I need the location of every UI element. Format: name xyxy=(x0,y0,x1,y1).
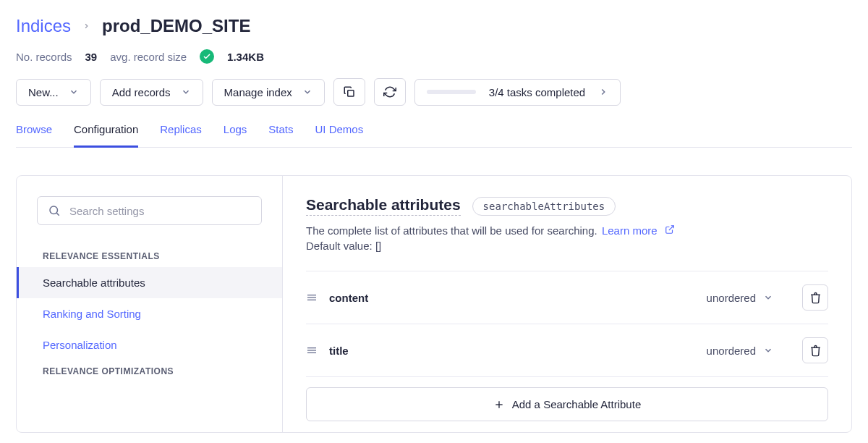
copy-button[interactable] xyxy=(333,78,365,106)
tab-configuration[interactable]: Configuration xyxy=(74,123,138,148)
svg-line-2 xyxy=(56,213,59,215)
index-meta: No. records 39 avg. record size 1.34KB xyxy=(16,49,852,64)
chevron-right-icon xyxy=(82,20,90,32)
delete-attribute-button[interactable] xyxy=(802,337,828,363)
order-select[interactable]: unordered xyxy=(707,292,773,304)
breadcrumb-root-link[interactable]: Indices xyxy=(16,16,71,36)
records-label: No. records xyxy=(16,51,72,63)
tab-logs[interactable]: Logs xyxy=(224,123,247,148)
settings-sidebar: RELEVANCE ESSENTIALSSearchable attribute… xyxy=(17,176,283,432)
sidebar-section-label: RELEVANCE ESSENTIALS xyxy=(17,245,282,267)
attributes-list: contentunorderedtitleunordered xyxy=(306,271,828,377)
tasks-progress-button[interactable]: 3/4 tasks completed xyxy=(414,79,621,106)
avg-size-value: 1.34KB xyxy=(227,51,264,63)
tab-browse[interactable]: Browse xyxy=(16,123,52,148)
sidebar-section-label: RELEVANCE OPTIMIZATIONS xyxy=(17,360,282,382)
chevron-right-icon xyxy=(598,87,608,97)
api-name-chip: searchableAttributes xyxy=(472,197,616,216)
attribute-name: title xyxy=(329,345,695,357)
attribute-row: titleunordered xyxy=(306,324,828,377)
tab-stats[interactable]: Stats xyxy=(268,123,293,148)
tasks-label: 3/4 tasks completed xyxy=(489,86,585,98)
tabs: BrowseConfigurationReplicasLogsStatsUI D… xyxy=(16,123,852,148)
svg-line-3 xyxy=(669,226,673,230)
breadcrumb-current: prod_DEMO_SITE xyxy=(102,16,250,36)
config-panel: RELEVANCE ESSENTIALSSearchable attribute… xyxy=(16,175,852,433)
breadcrumb: Indices prod_DEMO_SITE xyxy=(16,16,852,36)
svg-point-1 xyxy=(50,206,58,214)
sidebar-item-personalization[interactable]: Personalization xyxy=(17,329,282,360)
refresh-icon xyxy=(383,85,396,98)
svg-rect-0 xyxy=(348,90,354,96)
toolbar: New... Add records Manage index xyxy=(16,78,852,106)
delete-attribute-button[interactable] xyxy=(802,284,828,311)
order-select[interactable]: unordered xyxy=(707,345,773,357)
sidebar-item-ranking-and-sorting[interactable]: Ranking and Sorting xyxy=(17,298,282,329)
drag-handle-icon[interactable] xyxy=(306,292,318,303)
add-attribute-button[interactable]: Add a Searchable Attribute xyxy=(306,387,828,421)
manage-index-button[interactable]: Manage index xyxy=(212,79,325,106)
refresh-button[interactable] xyxy=(374,78,406,106)
records-value: 39 xyxy=(85,51,98,63)
learn-more-link[interactable]: Learn more xyxy=(602,224,658,237)
check-circle-icon xyxy=(200,49,214,64)
chevron-down-icon xyxy=(181,87,191,97)
section-title: Searchable attributes xyxy=(306,196,461,216)
plus-icon xyxy=(493,399,505,410)
search-settings-input[interactable] xyxy=(69,205,251,217)
attribute-row: contentunordered xyxy=(306,271,828,324)
default-value: Default value: [] xyxy=(306,240,828,252)
progress-bar xyxy=(427,90,476,94)
sidebar-item-searchable-attributes[interactable]: Searchable attributes xyxy=(17,267,282,298)
external-link-icon xyxy=(665,224,675,237)
chevron-down-icon xyxy=(69,87,79,97)
add-records-button[interactable]: Add records xyxy=(100,79,203,106)
avg-size-label: avg. record size xyxy=(110,51,187,63)
main-content: Searchable attributes searchableAttribut… xyxy=(283,176,851,432)
search-icon xyxy=(48,204,61,217)
tab-replicas[interactable]: Replicas xyxy=(160,123,202,148)
tab-ui-demos[interactable]: UI Demos xyxy=(315,123,364,148)
drag-handle-icon[interactable] xyxy=(306,345,318,356)
chevron-down-icon xyxy=(302,87,312,97)
attribute-name: content xyxy=(329,292,695,304)
section-description: The complete list of attributes that wil… xyxy=(306,224,828,237)
copy-icon xyxy=(343,85,356,98)
new-button[interactable]: New... xyxy=(16,79,91,106)
search-settings-box[interactable] xyxy=(37,196,262,225)
